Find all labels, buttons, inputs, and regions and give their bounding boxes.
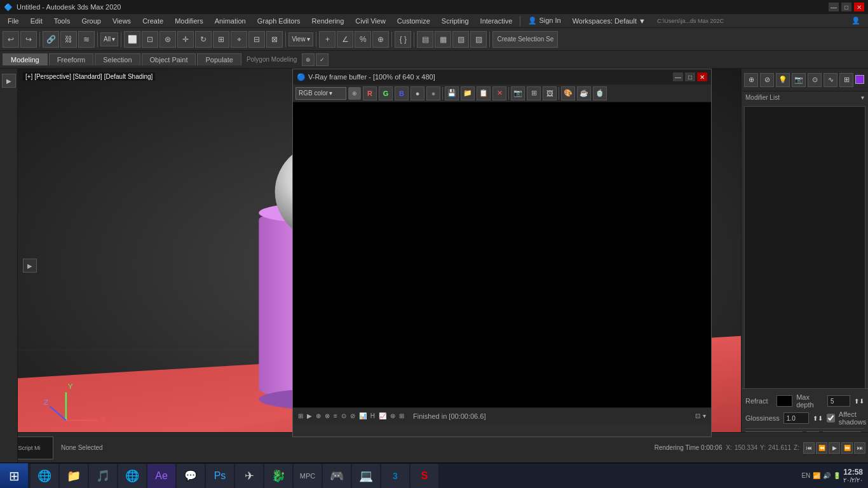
last-frame-btn[interactable]: ⏭	[854, 442, 865, 454]
percent-snap-button[interactable]: %	[355, 31, 371, 48]
vray-fit-btn[interactable]: ⊡	[695, 412, 700, 419]
maximize-button[interactable]: □	[841, 3, 851, 11]
vray-extra-btn[interactable]: 🍵	[593, 86, 607, 100]
manage-layers-btn[interactable]: ▨	[470, 31, 487, 48]
redo-button[interactable]: ↪	[20, 31, 37, 48]
vray-color-btn[interactable]: 🎨	[561, 86, 575, 100]
left-tool-1[interactable]: ▶	[2, 74, 16, 88]
taskbar-s[interactable]: S	[410, 464, 438, 488]
link-button[interactable]: 🔗	[43, 31, 59, 48]
menu-graph-editors[interactable]: Graph Editors	[252, 16, 306, 26]
volume-icon[interactable]: 🔊	[823, 472, 831, 479]
create-lights-icon[interactable]: 💡	[776, 73, 790, 87]
tab-populate[interactable]: Populate	[197, 53, 241, 65]
create-selection-btn[interactable]: Create Selection Se	[492, 31, 558, 48]
vray-render-icon-8[interactable]: 📊	[359, 412, 367, 419]
menu-edit[interactable]: Edit	[25, 16, 48, 26]
taskbar-game[interactable]: 🎮	[323, 464, 351, 488]
vray-render-icon-5[interactable]: ≡	[334, 412, 337, 419]
tab-freeform[interactable]: Freeform	[49, 53, 94, 65]
vray-render-icon-11[interactable]: ⊛	[390, 412, 395, 419]
create-shapes-icon[interactable]: ⊘	[760, 73, 774, 87]
tab-object-paint[interactable]: Object Paint	[142, 53, 196, 65]
spinner-button[interactable]: ⊕	[372, 31, 389, 48]
menu-group[interactable]: Group	[76, 16, 106, 26]
layers-btn[interactable]: ▦	[435, 31, 451, 48]
max-depth-input[interactable]	[827, 395, 850, 407]
view-dropdown[interactable]: View ▾	[288, 32, 313, 46]
vray-close-button[interactable]: ✕	[697, 72, 707, 81]
select-button[interactable]: ⬜	[124, 31, 140, 48]
create-cameras-icon[interactable]: 📷	[792, 73, 806, 87]
named-selection-btn[interactable]: ▤	[417, 31, 433, 48]
tab-modeling[interactable]: Modeling	[3, 53, 48, 65]
reference-button[interactable]: ⌖	[231, 31, 247, 48]
taskbar-chrome[interactable]: 🌐	[118, 464, 146, 488]
start-button[interactable]: ⊞	[0, 463, 28, 489]
close-button[interactable]: ✕	[854, 3, 864, 11]
minimize-button[interactable]: —	[829, 3, 839, 11]
menu-customize[interactable]: Customize	[392, 16, 435, 26]
viewport-play-button[interactable]: ▶	[23, 259, 37, 273]
color-mode-dropdown[interactable]: RGB color ▾	[295, 87, 346, 100]
vray-render-icon-10[interactable]: 📈	[379, 412, 386, 419]
curve-editor-button[interactable]: { }	[395, 31, 411, 48]
color-swatch[interactable]	[855, 75, 864, 84]
taskbar-mpcbe[interactable]: MPC	[294, 464, 322, 488]
vray-render-icon-9[interactable]: H	[370, 412, 375, 419]
menu-modifiers[interactable]: Modifiers	[170, 16, 208, 26]
prev-key-btn[interactable]: ⏪	[816, 442, 827, 454]
menu-rendering[interactable]: Rendering	[307, 16, 349, 26]
vray-render-icon-3[interactable]: ⊕	[316, 412, 321, 419]
glossiness-input[interactable]	[783, 412, 809, 424]
move-button[interactable]: ✛	[177, 31, 194, 48]
helpers-icon[interactable]: ⊙	[808, 73, 822, 87]
vray-render-icon-4[interactable]: ⊗	[325, 412, 330, 419]
modifier-list-dropdown-arrow[interactable]: ▾	[861, 94, 864, 101]
vray-save-btn[interactable]: 💾	[445, 86, 459, 100]
vray-clear-btn[interactable]: ✕	[492, 86, 506, 100]
vray-copy-btn[interactable]: 📋	[477, 86, 491, 100]
menu-civil-view[interactable]: Civil View	[350, 16, 390, 26]
glossiness-spinner[interactable]: ⬆⬇	[813, 415, 823, 422]
menu-animation[interactable]: Animation	[210, 16, 251, 26]
wifi-icon[interactable]: 📶	[813, 472, 820, 479]
taskbar-music[interactable]: 🎵	[89, 464, 117, 488]
rotate-button[interactable]: ↻	[195, 31, 212, 48]
next-key-btn[interactable]: ⏩	[841, 442, 853, 454]
menu-views[interactable]: Views	[107, 16, 136, 26]
vray-channel-icon[interactable]: ⊕	[348, 87, 361, 100]
vray-maximize-button[interactable]: □	[685, 72, 695, 81]
play-btn[interactable]: ▶	[829, 442, 840, 454]
scenes-btn[interactable]: ▧	[452, 31, 469, 48]
taskbar-whatsapp[interactable]: 💬	[177, 464, 205, 488]
menu-create[interactable]: Create	[137, 16, 168, 26]
vray-white-circle[interactable]: ●	[410, 86, 424, 100]
first-frame-btn[interactable]: ⏮	[803, 442, 815, 454]
mirror-button[interactable]: ⊟	[248, 31, 265, 48]
vray-titlebar[interactable]: 🔵 V-Ray frame buffer - [100% of 640 x 48…	[293, 69, 711, 85]
menu-scripting[interactable]: Scripting	[437, 16, 474, 26]
taskbar-3ds[interactable]: 3	[381, 464, 409, 488]
options-icon-1[interactable]: ⊕	[302, 53, 315, 66]
bind-button[interactable]: ≋	[78, 31, 95, 48]
vray-gray-circle[interactable]: ●	[426, 86, 440, 100]
max-depth-spinner[interactable]: ⬆⬇	[854, 398, 864, 405]
affect-shadows-checkbox[interactable]	[827, 414, 835, 423]
unlink-button[interactable]: ⛓	[60, 31, 77, 48]
vray-expand-btn[interactable]: ▾	[703, 412, 706, 419]
scale-button[interactable]: ⊞	[213, 31, 229, 48]
taskbar-explorer[interactable]: 🌐	[31, 464, 58, 488]
select-filter-dropdown[interactable]: All ▾	[100, 32, 118, 46]
options-icon-2[interactable]: ✓	[316, 53, 329, 66]
menu-interactive[interactable]: Interactive	[475, 16, 518, 26]
vray-g-channel[interactable]: G	[379, 86, 393, 100]
vray-lut-btn[interactable]: ☕	[577, 86, 591, 100]
vray-r-channel[interactable]: R	[363, 86, 377, 100]
vray-render-icon-1[interactable]: ⊞	[298, 412, 303, 419]
taskbar-ps[interactable]: Ps	[206, 464, 234, 488]
create-geometry-icon[interactable]: ⊕	[744, 73, 758, 87]
select-region-button[interactable]: ⊡	[142, 31, 158, 48]
select-lasso-button[interactable]: ⊛	[159, 31, 176, 48]
systems-icon[interactable]: ⊞	[839, 73, 853, 87]
